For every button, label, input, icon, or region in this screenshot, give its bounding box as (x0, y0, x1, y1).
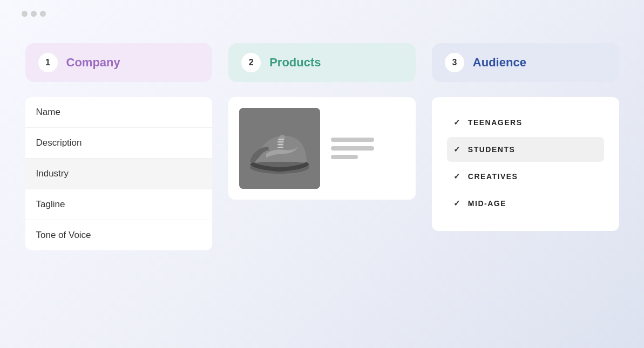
company-step-card[interactable]: 1 Company (25, 43, 213, 82)
product-description-lines (331, 138, 374, 159)
company-name-item[interactable]: Name (25, 97, 213, 128)
products-column: 2 Products (228, 43, 416, 200)
audience-teenagers-item[interactable]: ✓ TEENAGERS (447, 110, 604, 135)
midage-check-icon: ✓ (453, 199, 460, 208)
company-step-number: 1 (38, 53, 58, 72)
product-line-1 (331, 138, 374, 142)
dot-green (40, 11, 46, 17)
students-check-icon: ✓ (453, 145, 460, 154)
audience-column: 3 Audience ✓ TEENAGERS ✓ STUDENTS ✓ CREA… (432, 43, 619, 231)
audience-step-card[interactable]: 3 Audience (432, 43, 619, 82)
teenagers-check-icon: ✓ (453, 118, 460, 127)
dot-red (22, 11, 28, 17)
product-line-3 (331, 155, 358, 159)
product-image (239, 108, 320, 189)
company-tagline-item[interactable]: Tagline (25, 189, 213, 220)
main-layout: 1 Company Name Description Industry Tagl… (25, 43, 619, 250)
audience-creatives-item[interactable]: ✓ CREATIVES (447, 164, 604, 189)
company-list: Name Description Industry Tagline Tone o… (25, 97, 213, 250)
audience-students-item[interactable]: ✓ STUDENTS (447, 137, 604, 162)
company-description-item[interactable]: Description (25, 128, 213, 159)
products-step-label: Products (269, 56, 321, 70)
dot-yellow (31, 11, 37, 17)
creatives-label: CREATIVES (468, 172, 518, 181)
audience-list: ✓ TEENAGERS ✓ STUDENTS ✓ CREATIVES ✓ MID… (432, 97, 619, 231)
company-column: 1 Company Name Description Industry Tagl… (25, 43, 213, 250)
audience-midage-item[interactable]: ✓ MID-AGE (447, 191, 604, 216)
company-industry-item[interactable]: Industry (25, 159, 213, 189)
product-line-2 (331, 146, 374, 151)
company-step-label: Company (66, 56, 120, 70)
teenagers-label: TEENAGERS (468, 118, 523, 127)
midage-label: MID-AGE (468, 199, 506, 208)
company-tone-item[interactable]: Tone of Voice (25, 220, 213, 250)
products-step-card[interactable]: 2 Products (228, 43, 416, 82)
products-content (228, 97, 416, 200)
window-chrome (22, 11, 46, 17)
products-step-number: 2 (241, 53, 261, 72)
audience-step-label: Audience (473, 56, 526, 70)
audience-step-number: 3 (445, 53, 464, 72)
students-label: STUDENTS (468, 145, 515, 154)
creatives-check-icon: ✓ (453, 172, 460, 181)
